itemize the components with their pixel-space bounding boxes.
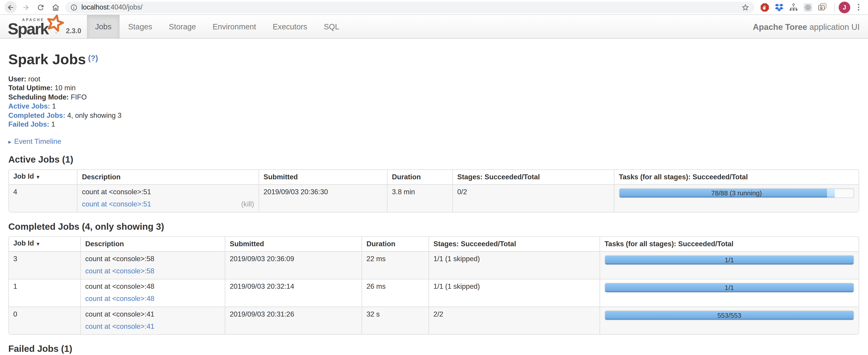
description-cell: count at <console>:41count at <console>:… (80, 307, 225, 334)
stages-cell: 1/1 (1 skipped) (429, 279, 599, 306)
description-text: count at <console>:41 (85, 310, 220, 320)
summary-failed-jobs: Failed Jobs: 1 (8, 120, 859, 129)
active-jobs-link[interactable]: Active Jobs: (8, 102, 50, 110)
jobs-page: Spark Jobs(?) User: root Total Uptime: 1… (0, 39, 868, 355)
tab-environment[interactable]: Environment (204, 15, 265, 38)
table-row: 4count at <console>:51count at <console>… (9, 185, 859, 212)
screenshot-extension-icon[interactable] (817, 2, 827, 12)
task-progress-bar: 1/1 (604, 283, 854, 293)
column-header-stages-succeeded-total[interactable]: Stages: Succeeded/Total (429, 237, 599, 252)
refresh-icon (36, 3, 44, 11)
job-id-cell: 4 (9, 185, 77, 212)
section-heading: Failed Jobs (1) (8, 344, 859, 354)
home-button[interactable] (49, 1, 62, 13)
column-header-label: Duration (392, 173, 421, 181)
column-header-job-id[interactable]: Job Id▾ (9, 170, 77, 185)
submitted-cell: 2019/09/03 20:36:09 (225, 252, 362, 279)
job-detail-link[interactable]: count at <console>:51 (82, 200, 151, 209)
tab-stages[interactable]: Stages (120, 15, 161, 38)
profile-avatar[interactable]: J (839, 1, 850, 13)
column-header-duration[interactable]: Duration (387, 170, 453, 185)
url-path: :4040/jobs/ (108, 3, 143, 11)
column-header-label: Tasks (for all stages): Succeeded/Total (604, 240, 734, 248)
column-header-tasks-for-all-stages-succeeded-total[interactable]: Tasks (for all stages): Succeeded/Total (599, 237, 859, 252)
sort-arrow-icon: ▾ (37, 174, 39, 180)
column-header-label: Job Id (13, 173, 34, 181)
summary-active-jobs: Active Jobs: 1 (8, 102, 859, 111)
page-title: Spark Jobs(?) (8, 51, 859, 68)
job-detail-link[interactable]: count at <console>:58 (85, 267, 155, 277)
kill-link[interactable]: (kill) (241, 200, 254, 209)
tab-jobs[interactable]: Jobs (87, 15, 120, 38)
nav-tabs: Jobs Stages Storage Environment Executor… (87, 15, 348, 38)
tab-storage[interactable]: Storage (161, 15, 204, 38)
spark-version: 2.3.0 (66, 27, 81, 35)
column-header-label: Submitted (230, 240, 264, 248)
jobs-sections: Active Jobs (1) Job Id▾DescriptionSubmit… (8, 155, 859, 355)
stages-cell: 2/2 (429, 307, 599, 334)
progress-label: 1/1 (605, 284, 854, 292)
sitemap-extension-icon[interactable] (789, 2, 798, 12)
duration-cell: 22 ms (362, 252, 429, 279)
summary-scheduling-mode: Scheduling Mode: FIFO (8, 93, 859, 102)
adblock-extension-icon[interactable] (760, 2, 770, 12)
job-id-cell: 1 (9, 279, 80, 306)
address-bar[interactable]: localhost:4040/jobs/ (65, 1, 755, 13)
back-button[interactable] (4, 1, 17, 13)
event-timeline-toggle[interactable]: ▸Event Timeline (8, 137, 859, 146)
column-header-description[interactable]: Description (80, 237, 225, 252)
table-header-row: Job Id▾DescriptionSubmittedDurationStage… (9, 237, 859, 252)
help-link[interactable]: (?) (88, 54, 98, 62)
job-section: Failed Jobs (1) Job Id▾DescriptionSubmit… (8, 344, 859, 355)
spark-logo[interactable]: APACHE Spark ™ 2.3.0 (0, 15, 87, 38)
react-devtools-extension-icon[interactable] (803, 2, 813, 12)
progress-label: 553/553 (605, 311, 854, 320)
dropbox-extension-icon[interactable] (774, 2, 784, 12)
column-header-tasks-for-all-stages-succeeded-total[interactable]: Tasks (for all stages): Succeeded/Total (614, 170, 859, 185)
description-cell: count at <console>:51count at <console>:… (77, 185, 258, 212)
job-section: Completed Jobs (4, only showing 3) Job I… (8, 222, 859, 335)
submitted-cell: 2019/09/03 20:36:30 (258, 185, 387, 212)
table-header-row: Job Id▾DescriptionSubmittedDurationStage… (9, 170, 859, 185)
column-header-submitted[interactable]: Submitted (258, 170, 387, 185)
column-header-duration[interactable]: Duration (362, 237, 429, 252)
back-icon (6, 3, 15, 11)
column-header-label: Description (85, 240, 124, 248)
column-header-submitted[interactable]: Submitted (225, 237, 362, 252)
completed-jobs-link[interactable]: Completed Jobs: (8, 111, 65, 119)
duration-cell: 3.8 min (387, 185, 453, 212)
forward-button[interactable] (20, 1, 32, 13)
job-detail-link[interactable]: count at <console>:48 (85, 295, 155, 304)
task-progress-bar: 1/1 (604, 255, 854, 265)
column-header-label: Submitted (264, 173, 298, 181)
chrome-menu-button[interactable] (854, 2, 864, 12)
submitted-cell: 2019/09/03 20:31:26 (225, 307, 362, 334)
description-text: count at <console>:51 (82, 188, 254, 197)
table-row: 1count at <console>:48count at <console>… (9, 279, 859, 306)
refresh-button[interactable] (34, 1, 46, 13)
summary-uptime: Total Uptime: 10 min (8, 84, 859, 93)
site-info-icon[interactable] (70, 4, 78, 11)
spark-navbar: APACHE Spark ™ 2.3.0 Jobs Stages Storage… (0, 15, 868, 39)
column-header-description[interactable]: Description (77, 170, 258, 185)
kebab-menu-icon (854, 3, 863, 11)
job-section: Active Jobs (1) Job Id▾DescriptionSubmit… (8, 155, 859, 213)
jobs-table: Job Id▾DescriptionSubmittedDurationStage… (8, 170, 859, 213)
job-detail-link[interactable]: count at <console>:41 (85, 322, 155, 332)
tasks-cell: 553/553 (599, 307, 859, 334)
logo-spark-text: Spark (8, 21, 48, 37)
column-header-job-id[interactable]: Job Id▾ (9, 237, 80, 252)
job-id-cell: 3 (9, 252, 80, 279)
tab-sql[interactable]: SQL (316, 15, 348, 38)
column-header-stages-succeeded-total[interactable]: Stages: Succeeded/Total (452, 170, 614, 185)
column-header-label: Duration (367, 240, 396, 248)
table-row: 3count at <console>:58count at <console>… (9, 252, 859, 279)
failed-jobs-link[interactable]: Failed Jobs: (8, 121, 49, 128)
forward-icon (21, 3, 30, 11)
summary-user: User: root (8, 75, 859, 84)
jobs-table: Job Id▾DescriptionSubmittedDurationStage… (8, 236, 859, 335)
tasks-cell: 1/1 (599, 279, 859, 306)
tab-executors[interactable]: Executors (265, 15, 316, 38)
bookmark-star-icon[interactable] (741, 3, 750, 11)
browser-window: localhost:4040/jobs/ (0, 0, 868, 355)
